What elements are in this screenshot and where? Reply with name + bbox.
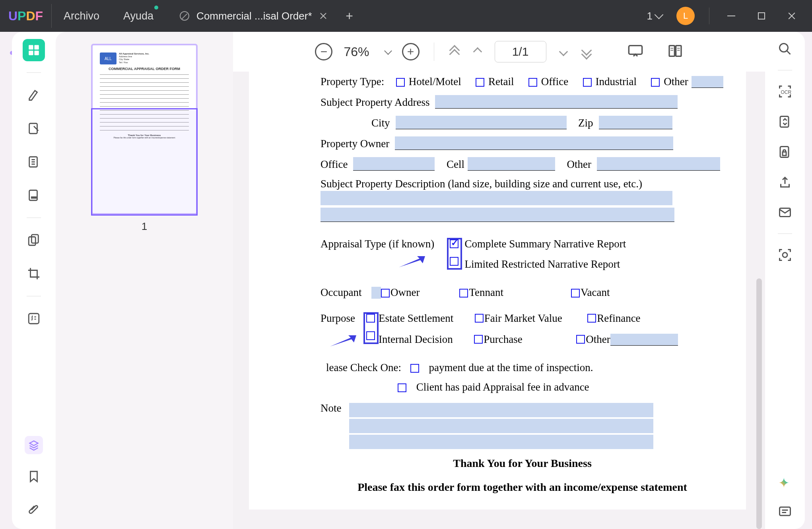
share-button[interactable] xyxy=(776,173,794,191)
app-logo[interactable]: UPDF xyxy=(0,4,52,28)
thumbnails-icon xyxy=(27,43,41,57)
comment-tool[interactable] xyxy=(23,84,45,106)
edit-tool[interactable] xyxy=(23,117,45,140)
field-other-phone[interactable] xyxy=(597,157,720,171)
prev-page-button[interactable] xyxy=(472,46,484,58)
right-toolbar: OCR xyxy=(765,32,805,529)
two-page-icon xyxy=(667,43,683,59)
checkbox-other-pt[interactable] xyxy=(651,78,660,87)
document-tab[interactable]: Commercial ...isal Order* xyxy=(165,0,337,32)
page-layout-button[interactable] xyxy=(667,43,683,60)
ocr-button[interactable]: OCR xyxy=(776,82,794,101)
email-button[interactable] xyxy=(776,203,794,222)
convert-icon xyxy=(778,115,792,129)
label-owner: Property Owner xyxy=(321,138,389,150)
workspace: ALL All Appraisal Services, Inc.Address … xyxy=(12,32,805,529)
svg-rect-10 xyxy=(31,196,37,199)
paperclip-icon xyxy=(27,503,41,517)
label-office: Office xyxy=(321,158,348,171)
label-payment-due: payment due at the time of inspection. xyxy=(429,362,593,374)
search-button[interactable] xyxy=(776,40,794,58)
document-viewport[interactable]: Property Type: Hotel/Motel Retail Office… xyxy=(233,72,765,529)
convert-button[interactable] xyxy=(776,113,794,131)
field-description-line2[interactable] xyxy=(321,208,674,222)
window-maximize-button[interactable] xyxy=(749,0,774,32)
svg-rect-0 xyxy=(29,45,33,49)
checkbox-vacant[interactable] xyxy=(571,289,580,298)
checkbox-retail[interactable] xyxy=(476,78,484,87)
layers-tool[interactable] xyxy=(25,436,43,454)
field-note-1[interactable] xyxy=(349,403,653,417)
checkbox-other-purpose[interactable] xyxy=(576,335,585,344)
selection-appraisal-type xyxy=(447,238,462,270)
field-note-2[interactable] xyxy=(349,419,653,433)
presentation-button[interactable] xyxy=(627,44,643,59)
checkbox-complete-summary[interactable] xyxy=(450,239,458,248)
user-avatar[interactable]: L xyxy=(676,7,695,25)
page-thumbnail[interactable]: ALL All Appraisal Services, Inc.Address … xyxy=(91,44,198,215)
svg-rect-26 xyxy=(669,46,674,56)
field-note-3[interactable] xyxy=(349,435,653,449)
tab-count-label: 1 xyxy=(647,10,653,22)
chat-lines-icon xyxy=(778,505,792,519)
pages-icon xyxy=(27,155,41,169)
checkbox-internal[interactable] xyxy=(366,331,375,340)
new-tab-button[interactable]: + xyxy=(338,9,361,23)
last-page-button[interactable] xyxy=(581,46,592,58)
field-description-line1[interactable] xyxy=(321,191,672,205)
checkbox-limited-restricted[interactable] xyxy=(450,257,458,266)
field-zip[interactable] xyxy=(599,116,672,129)
window-minimize-button[interactable] xyxy=(719,0,744,32)
field-purpose-other[interactable] xyxy=(610,334,678,346)
menu-file[interactable]: Archivo xyxy=(52,0,111,32)
crop-tool[interactable] xyxy=(23,263,45,285)
thumbnail-page-number: 1 xyxy=(56,220,233,233)
field-city[interactable] xyxy=(396,116,567,129)
checkbox-purchase[interactable] xyxy=(474,335,483,344)
menu-help[interactable]: Ayuda xyxy=(111,0,165,32)
checkbox-hotel[interactable] xyxy=(396,78,405,87)
checkbox-office[interactable] xyxy=(528,78,537,87)
protect-button[interactable] xyxy=(776,143,794,161)
ai-flower-icon xyxy=(778,475,792,488)
chevron-down-icon xyxy=(655,10,664,19)
checkbox-tennant[interactable] xyxy=(459,289,468,298)
field-cell[interactable] xyxy=(468,157,555,171)
checkbox-payment-due[interactable] xyxy=(410,364,419,373)
first-page-button[interactable] xyxy=(449,46,460,58)
checkbox-refinance[interactable] xyxy=(587,314,596,323)
page-content: Property Type: Hotel/Motel Retail Office… xyxy=(249,72,746,510)
zoom-dropdown[interactable]: 76% xyxy=(344,45,390,59)
save-button[interactable] xyxy=(776,246,794,264)
checkbox-owner[interactable] xyxy=(381,289,390,298)
zoom-in-button[interactable]: + xyxy=(402,43,420,60)
tab-close-button[interactable] xyxy=(319,12,327,20)
fill-sign-tool[interactable] xyxy=(23,229,45,251)
field-office[interactable] xyxy=(353,157,435,171)
svg-point-14 xyxy=(780,44,788,52)
window-close-button[interactable] xyxy=(779,0,804,32)
thumbnails-tool[interactable] xyxy=(23,39,45,61)
next-page-button[interactable] xyxy=(558,46,569,58)
organize-tool[interactable] xyxy=(23,151,45,173)
form-tool[interactable] xyxy=(23,307,45,330)
page-separator: / xyxy=(519,45,522,58)
checkbox-paid-advance[interactable] xyxy=(398,383,406,392)
checkbox-industrial[interactable] xyxy=(583,78,592,87)
redact-tool[interactable] xyxy=(23,184,45,206)
field-owner[interactable] xyxy=(395,136,673,150)
tab-switcher[interactable]: 1 xyxy=(643,10,666,22)
checkbox-fmv[interactable] xyxy=(475,314,484,323)
checkbox-estate[interactable] xyxy=(366,314,375,323)
field-subject-address[interactable] xyxy=(435,95,678,109)
bookmark-tool[interactable] xyxy=(23,465,45,488)
zoom-out-button[interactable]: − xyxy=(315,43,332,60)
zoom-value: 76% xyxy=(344,45,369,59)
annotations-panel-button[interactable] xyxy=(776,503,794,521)
ai-assistant-button[interactable] xyxy=(776,473,794,491)
scrollbar[interactable] xyxy=(756,278,762,529)
field-pt-other[interactable] xyxy=(692,76,723,88)
page-input[interactable]: 1 / 1 xyxy=(495,41,546,62)
attachment-tool[interactable] xyxy=(23,499,45,521)
svg-rect-13 xyxy=(29,313,39,324)
